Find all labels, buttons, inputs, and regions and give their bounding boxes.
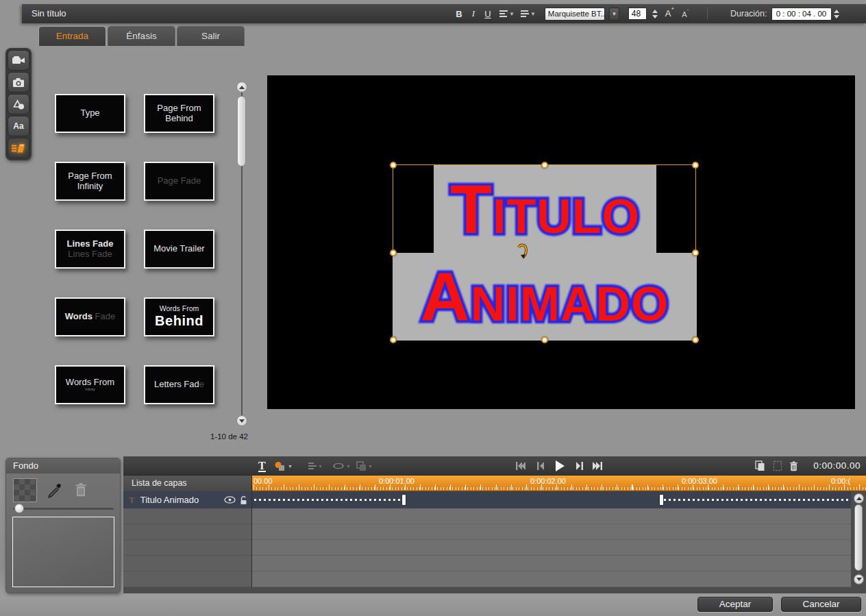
go-to-end-button[interactable] xyxy=(592,456,603,476)
timeline-scrollbar-thumb[interactable] xyxy=(854,504,863,571)
motions-button[interactable] xyxy=(8,138,29,158)
paste-button[interactable] xyxy=(773,456,782,476)
next-frame-button[interactable] xyxy=(576,456,584,476)
preset-thumbnail-letters-fade[interactable]: Letters Fade xyxy=(144,365,214,404)
go-to-start-button[interactable] xyxy=(515,456,526,476)
resize-handle-w[interactable] xyxy=(390,249,397,256)
preset-thumbnail-page-from-infinity[interactable]: Page FromInfinity xyxy=(55,162,125,201)
preset-scrollbar-thumb[interactable] xyxy=(237,96,246,167)
background-color-swatch[interactable] xyxy=(13,478,37,502)
preset-label: Fade xyxy=(95,311,116,321)
delete-layer-button[interactable] xyxy=(789,456,798,476)
font-family-arrow[interactable]: ▼ xyxy=(609,8,619,21)
previous-frame-button[interactable] xyxy=(536,456,545,476)
title-line2-box: Animado xyxy=(393,253,697,341)
arrange-layers-dropdown[interactable]: ▼ xyxy=(356,456,373,476)
layer-lock-icon[interactable] xyxy=(240,495,247,505)
preset-thumbnail-lines-fade[interactable]: Lines FadeLines Fade xyxy=(55,230,125,269)
preset-thumbnail-page-from-behind[interactable]: Page FromBehind xyxy=(144,94,214,133)
increase-text-size-button[interactable]: A+ xyxy=(665,8,674,19)
resize-handle-s[interactable] xyxy=(541,336,548,343)
tab-salir[interactable]: Salir xyxy=(177,26,245,46)
resize-handle-nw[interactable] xyxy=(390,162,397,169)
duration-input[interactable]: 0 : 00 : 04 . 00 xyxy=(771,8,832,21)
title-text-line2[interactable]: Animado xyxy=(420,262,669,331)
timeline-empty-track-row[interactable] xyxy=(252,524,851,540)
tab-enfasis[interactable]: Énfasis xyxy=(108,26,175,46)
underline-button[interactable]: U xyxy=(482,9,493,19)
italic-button[interactable]: I xyxy=(468,8,479,19)
timeline-layer-track[interactable] xyxy=(252,491,851,508)
spinner-up-icon[interactable] xyxy=(652,10,658,13)
preview-canvas[interactable]: Titulo Animado xyxy=(267,75,855,409)
arrow-up-icon xyxy=(239,86,245,89)
text-icon: Aa xyxy=(13,121,23,131)
spinner-down-icon[interactable] xyxy=(652,15,658,19)
preset-thumbnail-words-fade[interactable]: Words Fade xyxy=(55,297,125,336)
resize-handle-ne[interactable] xyxy=(692,162,699,169)
title-text-line1[interactable]: Titulo xyxy=(450,175,640,243)
title-editor-window: Sin título B I U ▼ ▼ Marquisette BT... ▼… xyxy=(0,0,866,616)
title-selection-box[interactable]: Titulo Animado xyxy=(393,164,696,341)
preset-label-line: Behind xyxy=(165,114,193,124)
title-line1-box: Titulo xyxy=(434,165,656,253)
preset-thumbnail-movie-trailer[interactable]: Movie Trailer xyxy=(144,230,214,269)
spinner-down-icon[interactable] xyxy=(834,15,839,19)
text-align-dropdown[interactable]: ▼ xyxy=(499,9,515,19)
timeline-empty-track-row[interactable] xyxy=(252,571,851,587)
accept-button[interactable]: Aceptar xyxy=(697,597,773,612)
text-layer-type-icon: T xyxy=(129,495,135,506)
font-size-input[interactable]: 48 xyxy=(628,8,647,20)
add-shape-button[interactable] xyxy=(8,94,29,114)
layer-row-titulo-animado[interactable]: T Titulo Animado xyxy=(123,491,252,508)
preset-label: Movie Trailer xyxy=(153,243,204,254)
font-family-select[interactable]: Marquisette BT... xyxy=(545,8,605,21)
rotate-handle-icon[interactable] xyxy=(515,242,530,261)
timeline-scroll-up-button[interactable] xyxy=(854,493,864,504)
eyedropper-icon[interactable] xyxy=(46,481,64,500)
spinner-up-icon[interactable] xyxy=(834,10,839,13)
align-layers-dropdown[interactable]: ▼ xyxy=(308,456,323,476)
link-layers-dropdown[interactable]: ▼ xyxy=(332,456,351,476)
play-button[interactable] xyxy=(555,456,565,476)
preset-label: Words xyxy=(65,311,95,321)
timeline-empty-track-row[interactable] xyxy=(252,556,851,571)
preset-scroll-down-button[interactable] xyxy=(236,415,247,426)
resize-handle-se[interactable] xyxy=(692,336,699,343)
add-photo-button[interactable] xyxy=(8,72,29,93)
decrease-text-size-button[interactable]: A- xyxy=(682,9,689,19)
timeline-empty-track-row[interactable] xyxy=(252,508,851,524)
background-opacity-slider-thumb[interactable] xyxy=(14,504,24,513)
add-text-button[interactable]: Aa xyxy=(8,116,29,136)
entry-animation-end-marker[interactable] xyxy=(402,495,406,505)
exit-animation-span[interactable] xyxy=(664,499,850,501)
resize-handle-e[interactable] xyxy=(692,249,699,256)
layer-visibility-eye-icon[interactable] xyxy=(224,496,236,504)
trash-icon[interactable] xyxy=(75,482,87,497)
timeline-ruler[interactable]: 00.000:00:01.000:00:02.000:00:03.000:00:… xyxy=(252,476,866,491)
preset-label: Page From xyxy=(157,103,201,113)
resize-handle-n[interactable] xyxy=(541,162,548,169)
entry-animation-span[interactable] xyxy=(254,499,402,501)
add-video-button[interactable] xyxy=(8,50,29,71)
preset-thumbnail-page-fade[interactable]: Page Fade xyxy=(144,162,214,201)
copy-button[interactable] xyxy=(755,456,765,476)
timeline-scroll-down-button[interactable] xyxy=(854,574,864,584)
add-shape-layer-dropdown[interactable]: ▼ xyxy=(274,456,293,476)
add-text-layer-button[interactable]: T xyxy=(258,456,266,476)
preset-label: Page From xyxy=(68,171,112,181)
bold-button[interactable]: B xyxy=(454,9,465,19)
preset-thumbnail-words-from-infinity[interactable]: Words FromInfinity xyxy=(55,365,125,404)
line-spacing-dropdown[interactable]: ▼ xyxy=(521,9,536,19)
preset-scroll-up-button[interactable] xyxy=(236,82,247,93)
exit-animation-start-marker[interactable] xyxy=(660,495,663,505)
preset-thumbnail-type[interactable]: Type xyxy=(55,94,125,133)
preset-label: Letters Fad xyxy=(154,379,199,389)
preset-thumbnail-words-from-behind[interactable]: Words FromBehind xyxy=(144,297,214,336)
cancel-button[interactable]: Cancelar xyxy=(781,597,861,612)
preset-label-line: Infinity xyxy=(77,182,103,192)
background-opacity-slider[interactable] xyxy=(13,508,114,510)
tab-entrada[interactable]: Entrada xyxy=(38,26,106,46)
timeline-empty-track-row[interactable] xyxy=(252,540,851,556)
resize-handle-sw[interactable] xyxy=(390,336,397,343)
